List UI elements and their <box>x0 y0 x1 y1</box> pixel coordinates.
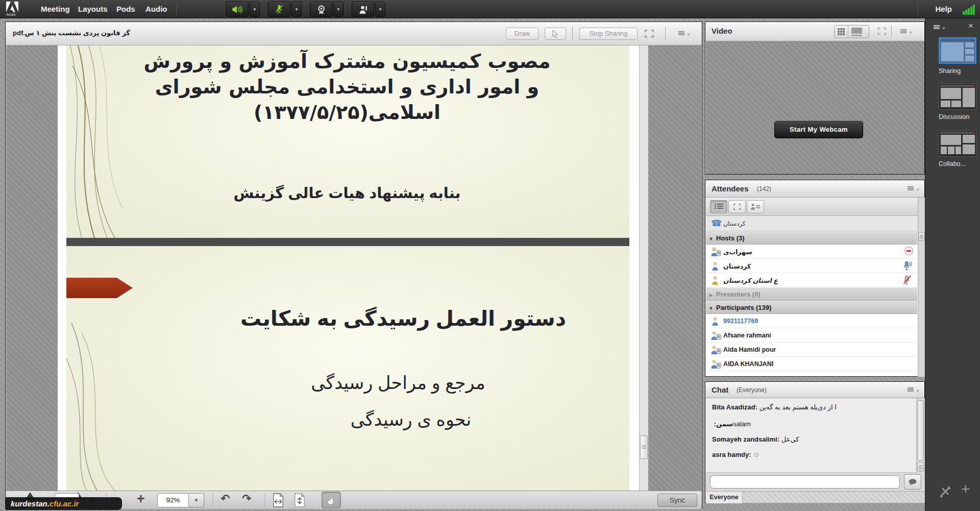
webcam-icon <box>316 5 326 14</box>
share-pod-menu-icon[interactable]: ▾ <box>678 31 690 38</box>
draw-button[interactable]: Draw <box>506 28 538 40</box>
chat-scrollbar[interactable] <box>916 398 925 473</box>
webcam-dropdown[interactable]: ▾ <box>333 2 344 17</box>
close-icon[interactable]: × <box>968 21 973 31</box>
participant-row[interactable]: Aida Hamidi pour <box>706 343 917 357</box>
presenters-header-label: Presenters (0) <box>716 290 761 298</box>
participants-collapse-icon[interactable]: ▼ <box>706 302 716 315</box>
sync-button[interactable]: Sync <box>657 494 697 507</box>
pointer-tool-button[interactable] <box>545 28 566 40</box>
video-pod-titlebar: Video ▾ <box>705 22 924 41</box>
chat-pod: Chat (Everyone) ▾ Bita Asadizadا از دی‌ب… <box>705 381 925 503</box>
zoom-in-button[interactable]: + <box>137 491 145 507</box>
undo-button[interactable]: ↶ <box>220 492 230 505</box>
chat-scrollbar-thumb[interactable] <box>918 400 924 460</box>
attendee-status-view-button[interactable] <box>747 200 764 213</box>
fit-width-button[interactable] <box>272 493 285 508</box>
chat-scrollbar-grip[interactable] <box>917 463 924 471</box>
chat-text: salam <box>733 420 751 428</box>
speaker-button[interactable] <box>226 2 249 17</box>
red-arrow-banner <box>66 278 133 298</box>
add-layout-button[interactable]: + <box>961 480 970 498</box>
send-chat-button[interactable] <box>904 474 921 490</box>
host-row[interactable]: ع استان کردستان <box>706 273 917 287</box>
start-webcam-button[interactable]: Start My Webcam <box>774 121 863 138</box>
slide1-subtitle: بنابه پیشنهاد هیات عالی گزینش <box>214 184 480 202</box>
phone-icon: ☎ <box>711 218 722 229</box>
attendees-scrollbar-thumb[interactable] <box>918 232 925 241</box>
participants-header-label: Participants (139) <box>716 304 771 311</box>
status-dropdown[interactable]: ▾ <box>375 2 385 17</box>
connection-signal-icon[interactable] <box>963 5 976 15</box>
raise-hand-icon <box>358 5 368 14</box>
menu-layouts[interactable]: Layouts <box>78 0 108 18</box>
menu-meeting[interactable]: Meeting <box>41 0 70 18</box>
menu-audio[interactable]: Audio <box>145 0 167 18</box>
tab-everyone[interactable]: Everyone <box>706 492 743 503</box>
attendee-list-view-button[interactable] <box>710 200 727 213</box>
fit-page-button[interactable] <box>293 493 306 508</box>
microphone-dropdown[interactable]: ▾ <box>291 2 302 17</box>
attendees-pod-menu-icon[interactable]: ▾ <box>908 186 919 193</box>
layout-bar-menu-icon[interactable]: ▾ <box>934 25 945 32</box>
microphone-muted-icon <box>275 5 284 14</box>
microphone-muted-button[interactable] <box>268 2 290 17</box>
fullscreen-icon <box>644 29 655 39</box>
document-scrollbar[interactable] <box>639 45 648 491</box>
pointer-icon <box>551 30 559 39</box>
smiley-icon: ☺ <box>753 451 760 458</box>
presenters-collapse-icon[interactable]: ▶ <box>706 289 716 302</box>
layout-bar: ▾ × Sharing Discussion <box>925 18 980 511</box>
participant-row[interactable]: Afsane rahmani <box>706 328 917 343</box>
layout-collaboration-label[interactable]: Collabo... <box>939 160 966 167</box>
raise-hand-status-button[interactable] <box>352 2 374 17</box>
video-pod-menu-icon[interactable]: ▾ <box>900 29 912 36</box>
video-fullscreen-button[interactable] <box>877 27 887 36</box>
chat-message: Somayeh zandsalimiکی‌عل <box>712 435 799 443</box>
video-pod-body: Start My Webcam <box>706 41 924 174</box>
watermark-text: kurdestan. <box>11 499 50 508</box>
chat-pod-menu-icon[interactable]: ▾ <box>908 387 919 394</box>
adobe-logo-icon: Adobe <box>6 2 18 16</box>
layout-sharing-label[interactable]: Sharing <box>939 67 961 75</box>
chat-sender: سمن <box>712 420 733 428</box>
help-menu[interactable]: Help <box>935 0 952 18</box>
hosts-collapse-icon[interactable]: ▼ <box>706 233 716 246</box>
filmstrip-view-button[interactable] <box>848 26 869 38</box>
chat-input[interactable] <box>710 475 900 489</box>
fit-width-icon <box>272 493 285 508</box>
redo-button[interactable]: ↷ <box>242 492 251 505</box>
manage-layouts-tools-icon[interactable] <box>939 485 952 498</box>
pan-tool-button[interactable] <box>322 492 341 508</box>
attendees-pod: Attendees (142) ▾ ☎ کردستان ▼Hosts (3) <box>705 180 925 377</box>
host-row[interactable]: کردستان <box>706 259 917 273</box>
participant-row[interactable]: AIDA KHANJANI <box>706 357 917 371</box>
filmstrip-view-icon <box>851 27 866 36</box>
share-pod-content: مصوب کمیسیون مشترک آموزش و پرورش و امور … <box>6 45 701 491</box>
phone-conference-row[interactable]: ☎ کردستان <box>706 216 925 231</box>
chat-message: asra hamdy☺ <box>712 451 760 458</box>
host-row[interactable]: سهراب‌ی <box>706 245 917 259</box>
webcam-button[interactable] <box>310 2 332 17</box>
zoom-dropdown-button[interactable]: ▼ <box>189 493 204 507</box>
attendees-toolbar <box>706 198 925 216</box>
presenters-section-header[interactable]: ▶Presenters (0) <box>706 287 917 301</box>
participant-row[interactable]: 9921117769 <box>706 314 917 328</box>
breakout-view-button[interactable] <box>728 200 746 213</box>
stop-sharing-button[interactable]: Stop Sharing <box>579 28 638 40</box>
fullscreen-button[interactable] <box>644 29 655 39</box>
layout-discussion-thumbnail[interactable] <box>939 83 976 110</box>
grid-view-button[interactable] <box>835 26 848 38</box>
participants-section-header[interactable]: ▼Participants (139) <box>706 301 917 314</box>
speaker-dropdown[interactable]: ▾ <box>250 2 260 17</box>
zoom-level-value[interactable]: 92% <box>157 493 189 507</box>
layout-discussion-label[interactable]: Discussion <box>939 113 969 120</box>
hosts-section-header[interactable]: ▼Hosts (3) <box>706 231 917 245</box>
attendees-scrollbar[interactable] <box>918 198 925 377</box>
layout-sharing-thumbnail[interactable] <box>939 37 976 64</box>
document-scrollbar-thumb[interactable] <box>640 435 648 459</box>
layout-collaboration-thumbnail[interactable] <box>939 130 976 157</box>
menu-pods[interactable]: Pods <box>116 0 135 18</box>
breakout-view-icon <box>733 203 741 210</box>
slide2-decorative-curves <box>66 323 153 491</box>
